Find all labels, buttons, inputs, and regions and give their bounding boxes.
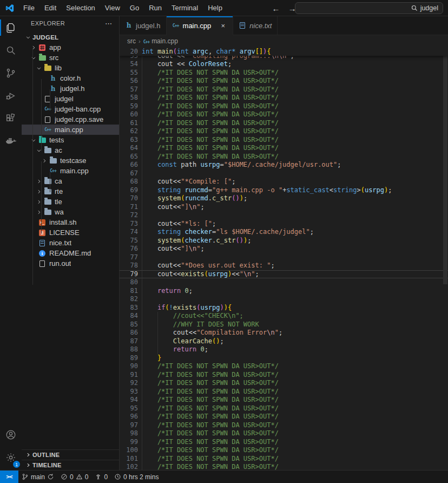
problems-item[interactable]: 0 0 <box>57 471 91 483</box>
menu-terminal[interactable]: Terminal <box>167 2 202 14</box>
menu-run[interactable]: Run <box>144 2 166 14</box>
tree-item-ac[interactable]: ac <box>22 145 119 155</box>
code-line-62[interactable]: 62 /*IT DOES NOT SPWN DA USR>OUT*/ <box>120 127 448 136</box>
code-line-80[interactable]: 80 <box>120 278 448 287</box>
chevron-right-icon[interactable] <box>35 179 43 184</box>
tab-nice.txt[interactable]: nice.txt <box>233 16 278 35</box>
code-line-86[interactable]: 86 cout<<"Compilation Error\n"; <box>120 329 448 337</box>
editor-scrollbar[interactable] <box>443 47 448 470</box>
chevron-down-icon[interactable] <box>29 55 38 61</box>
code-line-82[interactable]: 82 <box>120 295 448 304</box>
code-line-55[interactable]: 55 /*IT DOES NOT SPWN DA USR>OUT*/ <box>120 69 448 77</box>
tree-item-license[interactable]: LICENSE <box>22 227 119 238</box>
code-line-54[interactable]: 54 cout << ColorReset; <box>120 60 448 69</box>
code-line-67[interactable]: 67 <box>120 169 448 178</box>
code-line-97[interactable]: 97 /*IT DOES NOT SPWN DA USR>OUT*/ <box>120 421 448 430</box>
code-line-60[interactable]: 60 /*IT DOES NOT SPWN DA USR>OUT*/ <box>120 110 448 119</box>
code-line-57[interactable]: 57 /*IT DOES NOT SPWN DA USR>OUT*/ <box>120 86 448 94</box>
code-line-61[interactable]: 61 /*IT DOES NOT SPWN DA USR>OUT*/ <box>120 119 448 128</box>
ports-item[interactable]: 0 <box>91 471 111 483</box>
scrollbar-slider[interactable] <box>443 49 447 284</box>
tab-judgel.h[interactable]: hjudgel.h <box>120 16 167 35</box>
tree-item-rte[interactable]: rte <box>22 186 119 197</box>
code-line-77[interactable]: 77 <box>120 253 448 262</box>
tree-item-install.sh[interactable]: >_install.sh <box>22 217 119 227</box>
chevron-right-icon[interactable] <box>35 199 43 205</box>
tab-main.cpp[interactable]: C++main.cpp× <box>167 16 234 35</box>
chevron-down-icon[interactable] <box>35 148 43 153</box>
code-line-70[interactable]: 70 system(runcmd.c_str()); <box>120 194 448 203</box>
code-line-87[interactable]: 87 ClearCache(); <box>120 337 448 346</box>
code-line-81[interactable]: 81 return 0; <box>120 287 448 296</box>
code-line-98[interactable]: 98 /*IT DOES NOT SPWN DA USR>OUT*/ <box>120 429 448 438</box>
tree-item-src[interactable]: src <box>22 53 119 63</box>
code-line-68[interactable]: 68 cout<<"*Compile: ["; <box>120 178 448 186</box>
tree-item-tle[interactable]: tle <box>22 197 119 207</box>
menu-file[interactable]: File <box>19 2 39 14</box>
code-line-58[interactable]: 58 /*IT DOES NOT SPWN DA USR>OUT*/ <box>120 94 448 102</box>
chevron-right-icon[interactable] <box>29 45 38 50</box>
menu-selection[interactable]: Selection <box>62 2 99 14</box>
code-line-99[interactable]: 99 /*IT DOES NOT SPWN DA USR>OUT*/ <box>120 438 448 447</box>
code-line-66[interactable]: 66 const path usrpg="$HOME/.cache/judgel… <box>120 161 448 169</box>
chevron-right-icon[interactable] <box>35 189 43 194</box>
menu-go[interactable]: Go <box>126 2 143 14</box>
code-line-76[interactable]: 76 cout<<"]\n"; <box>120 245 448 253</box>
chevron-right-icon[interactable] <box>35 210 43 215</box>
code-line-73[interactable]: 73 cout<<"*ls: ["; <box>120 220 448 229</box>
code-line-63[interactable]: 63 /*IT DOES NOT SPWN DA USR>OUT*/ <box>120 136 448 145</box>
code-line-56[interactable]: 56 /*IT DOES NOT SPWN DA USR>OUT*/ <box>120 77 448 86</box>
tree-item-run.out[interactable]: run.out <box>22 258 119 269</box>
chevron-down-icon[interactable] <box>24 35 32 40</box>
sticky-scroll-line[interactable]: 20int main(int argc, char* argv[]){ <box>120 47 448 56</box>
code-line-71[interactable]: 71 cout<<"]\n"; <box>120 203 448 212</box>
code-line-88[interactable]: 88 return 0; <box>120 345 448 354</box>
menu-view[interactable]: View <box>101 2 124 14</box>
code-line-69[interactable]: 69 string runcmd="g++ main.cpp -o "+stat… <box>120 186 448 195</box>
chevron-down-icon[interactable] <box>35 66 43 71</box>
back-arrow-icon[interactable]: ← <box>271 4 281 13</box>
run-debug-icon[interactable] <box>0 84 22 107</box>
code-line-96[interactable]: 96 /*IT DOES NOT SPWN DA USR>OUT*/ <box>120 413 448 421</box>
tree-item-wa[interactable]: wa <box>22 207 119 217</box>
code-line-92[interactable]: 92 /*IT DOES NOT SPWN DA USR>OUT*/ <box>120 379 448 388</box>
code-line-72[interactable]: 72 <box>120 211 448 220</box>
search-icon[interactable] <box>0 39 22 62</box>
explorer-icon[interactable] <box>0 16 22 39</box>
code-line-85[interactable]: 85 //WHY IT DOES NOT WORK <box>120 321 448 329</box>
outline-section[interactable]: OUTLINE <box>22 449 119 460</box>
code-line-78[interactable]: 78 cout<<"*Does usr.out exist: "; <box>120 262 448 270</box>
tree-item-app[interactable]: app <box>22 42 119 53</box>
extensions-icon[interactable] <box>0 107 22 130</box>
menu-edit[interactable]: Edit <box>40 2 61 14</box>
more-actions-icon[interactable]: ⋯ <box>103 19 115 28</box>
tree-item-judgel[interactable]: JUDGEL <box>22 32 119 42</box>
tree-item-nice.txt[interactable]: nice.txt <box>22 238 119 248</box>
source-control-icon[interactable] <box>0 62 22 84</box>
tree-item-color.h[interactable]: hcolor.h <box>22 73 119 83</box>
timeline-section[interactable]: TIMELINE <box>22 460 119 470</box>
tree-item-judgel[interactable]: judgel <box>22 94 119 104</box>
code-line-100[interactable]: 100 /*IT DOES NOT SPWN DA USR>OUT*/ <box>120 446 448 455</box>
code-line-95[interactable]: 95 /*IT DOES NOT SPWN DA USR>OUT*/ <box>120 404 448 413</box>
code-editor[interactable]: 53 cout << "Compiling program...\n\n";54… <box>120 47 448 470</box>
chevron-down-icon[interactable] <box>29 138 38 143</box>
tree-item-testcase[interactable]: testcase <box>22 155 119 166</box>
time-tracker-item[interactable]: 0 hrs 2 mins <box>111 471 162 483</box>
close-icon[interactable]: × <box>219 21 227 30</box>
tree-item-readme.md[interactable]: iREADME.md <box>22 248 119 258</box>
tree-item-ca[interactable]: ca <box>22 176 119 186</box>
code-line-94[interactable]: 94 /*IT DOES NOT SPWN DA USR>OUT*/ <box>120 396 448 404</box>
menu-help[interactable]: Help <box>203 2 227 14</box>
tree-item-judgel.h[interactable]: hjudgel.h <box>22 83 119 94</box>
code-line-64[interactable]: 64 /*IT DOES NOT SPWN DA USR>OUT*/ <box>120 144 448 153</box>
code-line-83[interactable]: 83 if(!exists(usrpg)){ <box>120 304 448 312</box>
tree-item-judgel-ban.cpp[interactable]: C++judgel-ban.cpp <box>22 104 119 114</box>
breadcrumb-item-src[interactable]: src <box>127 37 136 45</box>
code-line-79[interactable]: 79 cout<<exists(usrpg)<<"\n"; <box>120 270 448 279</box>
docker-icon[interactable] <box>0 130 22 153</box>
breadcrumb-item-main.cpp[interactable]: C++main.cpp <box>143 37 178 45</box>
tree-item-main.cpp[interactable]: C++main.cpp <box>22 125 119 135</box>
code-line-59[interactable]: 59 /*IT DOES NOT SPWN DA USR>OUT*/ <box>120 102 448 111</box>
remote-indicator[interactable]: >< <box>0 471 18 483</box>
